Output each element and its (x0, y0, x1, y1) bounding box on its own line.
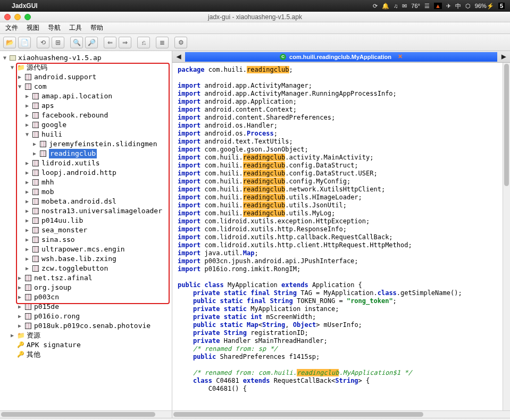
code-editor[interactable]: package com.huili.readingclub; import an… (172, 63, 510, 396)
package-icon (32, 93, 39, 99)
open-folder-button[interactable]: 📂 (3, 37, 16, 48)
tree-item[interactable]: p003cn (34, 292, 59, 302)
package-icon (32, 160, 39, 166)
cpu-icon[interactable]: ☰ (424, 3, 430, 10)
expand-button[interactable]: ⊞ (52, 37, 64, 48)
package-icon (32, 256, 39, 262)
deobf-button[interactable]: ⎌ (137, 37, 150, 48)
tree-item[interactable]: nostra13.universalimageloader (41, 206, 162, 216)
editor-hscrollbar[interactable] (172, 411, 510, 418)
class-icon: C (280, 54, 286, 60)
package-icon (24, 294, 32, 300)
wifi-icon[interactable]: ⬡ (465, 3, 471, 10)
tree-item[interactable]: mobeta.android.dsl (41, 197, 116, 206)
tree-item[interactable]: ultrapower.mcs.engin (41, 245, 125, 254)
tab-prev-button[interactable]: ◀ (172, 53, 185, 60)
tree-item[interactable]: jeremyfeinstein.slidingmen (49, 139, 157, 149)
titlebar: jadx-gui - xiaohuasheng-v1.5.apk (0, 12, 510, 22)
tab-close-button[interactable]: ✕ (398, 53, 403, 60)
tree-item[interactable]: zcw.togglebutton (41, 264, 108, 273)
sidebar-hscrollbar[interactable] (0, 411, 172, 418)
settings-button[interactable]: ⚙ (174, 37, 187, 48)
tree-item[interactable]: wsh.base.lib.zxing (41, 254, 116, 264)
class-search-button[interactable]: 🔎 (85, 37, 98, 48)
package-icon (32, 170, 39, 176)
sync-icon[interactable]: ⟳ (373, 3, 378, 10)
tree-item[interactable]: p015de (34, 302, 59, 312)
statusbar: JADX memory usage: 0.75 GB of 4.00 GB (0, 418, 510, 420)
folder-icon: 📁 (17, 332, 24, 339)
folder-icon: 📁 (17, 64, 24, 71)
temp-indicator: 76° (411, 3, 420, 9)
graph-icon[interactable]: ▲ (434, 3, 442, 9)
tree-root[interactable]: xiaohuasheng-v1.5.ap (18, 53, 102, 63)
package-icon (32, 208, 39, 214)
key-icon: 🔑 (17, 351, 24, 358)
tree-item[interactable]: aps (41, 101, 54, 111)
tree-item[interactable]: mob (41, 187, 54, 197)
menu-nav[interactable]: 导航 (48, 23, 61, 32)
tree-item[interactable]: org.jsoup (34, 283, 71, 292)
tree-item[interactable]: com (34, 82, 46, 91)
tree-item[interactable]: huili (41, 130, 62, 139)
package-icon (24, 284, 32, 291)
package-icon (32, 179, 39, 186)
tree-item-selected[interactable]: readingclub (49, 149, 97, 158)
tab-label: com.huili.readingclub.MyApplication (289, 54, 391, 60)
tree-resources[interactable]: 资源 (27, 331, 40, 340)
package-tree[interactable]: ▼xiaohuasheng-v1.5.ap ▼📁源代码 ▶android.sup… (0, 51, 172, 410)
forward-button[interactable]: ⇒ (119, 37, 131, 48)
tree-item[interactable]: p014uu.lib (41, 216, 83, 225)
menu-file[interactable]: 文件 (5, 23, 18, 32)
mac-app-name[interactable]: JadxGUI (12, 2, 38, 10)
tree-item[interactable]: facebook.rebound (41, 111, 108, 120)
headphones-icon[interactable]: ♫ (394, 3, 398, 9)
text-search-button[interactable]: 🔍 (70, 37, 83, 48)
package-icon (32, 103, 39, 109)
horizontal-scrollbar-area (0, 410, 510, 418)
ime-indicator[interactable]: 中 (455, 2, 461, 10)
tree-item[interactable]: p018uk.p019co.senab.photovie (34, 321, 151, 331)
menu-view[interactable]: 视图 (27, 23, 39, 32)
tree-apk-signature[interactable]: APK signature (27, 340, 81, 350)
tree-item[interactable]: sina.sso (41, 235, 75, 245)
tree-item[interactable]: mhh (41, 178, 54, 187)
send-icon[interactable]: ✈ (446, 3, 451, 10)
tree-item[interactable]: loopj.android.http (41, 168, 116, 178)
tree-item[interactable]: sea_monster (41, 225, 87, 235)
battery-indicator: 96% ⚡ (475, 3, 494, 10)
editor-tabbar: ◀ C com.huili.readingclub.MyApplication … (172, 51, 510, 63)
tree-item[interactable]: google (41, 120, 66, 130)
package-icon (24, 74, 32, 80)
editor-tab[interactable]: C com.huili.readingclub.MyApplication ✕ (185, 52, 497, 62)
tab-next-button[interactable]: ▶ (497, 53, 510, 60)
package-icon (24, 323, 32, 329)
back-button[interactable]: ⇐ (104, 37, 116, 48)
tree-other[interactable]: 其他 (27, 350, 40, 359)
package-icon (32, 122, 39, 128)
tree-item[interactable]: lidroid.xutils (41, 158, 100, 168)
sync-button[interactable]: ⟲ (37, 37, 49, 48)
package-icon (32, 227, 39, 233)
menu-help[interactable]: 帮助 (90, 23, 103, 32)
tree-source[interactable]: 源代码 (27, 63, 47, 72)
tree-item[interactable]: amap.api.location (41, 91, 112, 101)
vertical-scrollbar[interactable] (503, 63, 510, 410)
bell-icon[interactable]: 🔔 (382, 3, 389, 10)
menu-tools[interactable]: 工具 (69, 23, 82, 32)
package-icon (32, 265, 39, 272)
app-menubar: 文件 视图 导航 工具 帮助 (0, 22, 510, 34)
package-icon (24, 313, 32, 320)
tree-item[interactable]: android.support (34, 72, 96, 82)
package-icon (32, 112, 39, 119)
misc-icon[interactable]: 5 (498, 3, 505, 9)
package-icon (39, 141, 47, 147)
package-icon (32, 131, 39, 138)
tree-item[interactable]: net.tsz.afinal (34, 273, 93, 283)
new-file-button[interactable]: 📄 (18, 37, 31, 48)
log-button[interactable]: ≣ (156, 37, 169, 48)
mac-menubar: JadxGUI ⟳ 🔔 ♫ ✉ 76° ☰ ▲ ✈ 中 ⬡ 96% ⚡ 5 (0, 0, 510, 12)
chat-icon[interactable]: ✉ (402, 3, 407, 10)
package-icon (32, 217, 39, 224)
tree-item[interactable]: p016io.rong (34, 312, 80, 321)
